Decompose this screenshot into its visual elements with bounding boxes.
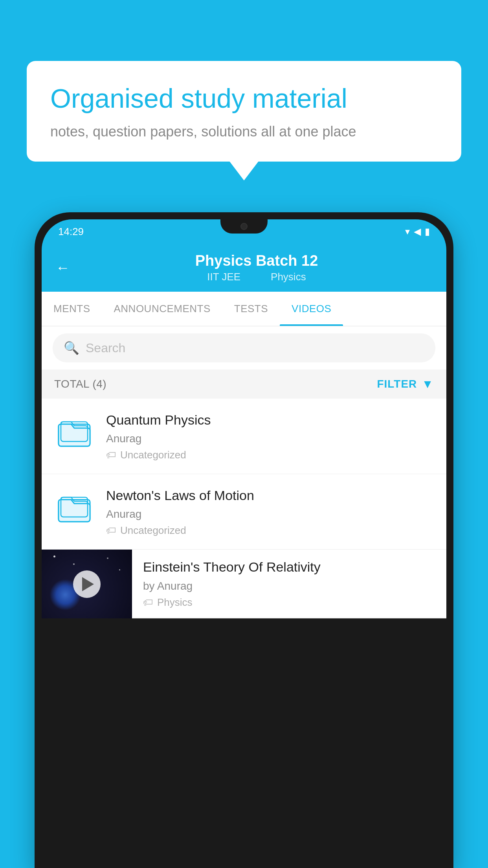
video-item-1[interactable]: Quantum Physics Anurag 🏷 Uncategorized: [42, 399, 446, 474]
tag-label-3: Physics: [157, 596, 193, 609]
wifi-icon: ▾: [405, 226, 410, 237]
search-bar[interactable]: 🔍 Search: [53, 333, 435, 362]
star2: [73, 563, 75, 565]
app-header: ← Physics Batch 12 IIT JEE Physics: [42, 244, 446, 292]
video-thumb-2: [53, 487, 96, 530]
filter-row: TOTAL (4) FILTER ▼: [42, 370, 446, 399]
notch: [220, 219, 268, 234]
status-bar: 14:29 ▾ ◀ ▮: [42, 219, 446, 244]
star1: [53, 555, 55, 557]
battery-icon: ▮: [425, 226, 430, 237]
video-thumb-1: [53, 411, 96, 454]
header-subtitle: IIT JEE Physics: [81, 271, 432, 283]
status-icons: ▾ ◀ ▮: [405, 226, 430, 237]
video-info-2: Newton's Laws of Motion Anurag 🏷 Uncateg…: [106, 487, 435, 537]
speech-bubble-wrapper: Organised study material notes, question…: [27, 61, 461, 162]
phone-frame: 14:29 ▾ ◀ ▮ ← Physics Batch 12 IIT JEE P…: [35, 212, 453, 868]
tab-videos[interactable]: VIDEOS: [280, 292, 343, 326]
filter-button[interactable]: FILTER ▼: [377, 377, 434, 391]
star3: [119, 569, 120, 570]
tag-icon-3: 🏷: [143, 596, 153, 609]
search-placeholder: Search: [86, 341, 125, 355]
filter-label: FILTER: [377, 378, 417, 390]
subtitle-iitjee: IIT JEE: [207, 271, 240, 283]
search-icon: 🔍: [64, 340, 79, 355]
bubble-subtitle: notes, question papers, solutions all at…: [50, 123, 438, 140]
video-item-2[interactable]: Newton's Laws of Motion Anurag 🏷 Uncateg…: [42, 474, 446, 550]
speech-bubble: Organised study material notes, question…: [27, 61, 461, 162]
content-area: Quantum Physics Anurag 🏷 Uncategorized: [42, 399, 446, 618]
video-info-1: Quantum Physics Anurag 🏷 Uncategorized: [106, 411, 435, 461]
play-button-3[interactable]: [73, 570, 101, 598]
video-thumbnail-3: [42, 550, 132, 618]
thumb-title-3: Einstein's Theory Of Relativity: [143, 558, 438, 576]
tag-label-2: Uncategorized: [120, 524, 186, 537]
folder-icon-2: [57, 491, 92, 526]
thumb-info-3: Einstein's Theory Of Relativity by Anura…: [132, 550, 446, 617]
signal-icon: ◀: [414, 226, 421, 237]
tab-tests[interactable]: TESTS: [222, 292, 280, 326]
tab-announcements[interactable]: ANNOUNCEMENTS: [102, 292, 222, 326]
header-center: Physics Batch 12 IIT JEE Physics: [81, 252, 432, 283]
subtitle-separator: [253, 271, 258, 283]
video-title-1: Quantum Physics: [106, 411, 435, 428]
header-title: Physics Batch 12: [81, 252, 432, 269]
video-title-2: Newton's Laws of Motion: [106, 487, 435, 504]
video-tag-2: 🏷 Uncategorized: [106, 524, 435, 537]
thumb-author-3: by Anurag: [143, 580, 438, 592]
back-button[interactable]: ←: [56, 259, 70, 276]
subtitle-physics: Physics: [271, 271, 306, 283]
folder-icon-1: [57, 416, 92, 450]
thumb-tag-3: 🏷 Physics: [143, 596, 438, 609]
phone-inner: 14:29 ▾ ◀ ▮ ← Physics Batch 12 IIT JEE P…: [42, 219, 446, 861]
search-bar-wrapper: 🔍 Search: [42, 326, 446, 370]
tag-icon-2: 🏷: [106, 524, 116, 537]
video-tag-1: 🏷 Uncategorized: [106, 449, 435, 461]
bubble-title: Organised study material: [50, 83, 438, 115]
filter-icon: ▼: [422, 377, 434, 391]
status-time: 14:29: [58, 226, 84, 238]
tag-icon-1: 🏷: [106, 449, 116, 461]
video-author-1: Anurag: [106, 432, 435, 445]
camera-dot: [240, 223, 248, 230]
tab-ments[interactable]: MENTS: [42, 292, 102, 326]
star4: [107, 557, 108, 559]
total-count: TOTAL (4): [54, 378, 106, 390]
tag-label-1: Uncategorized: [120, 449, 186, 461]
video-item-3[interactable]: Einstein's Theory Of Relativity by Anura…: [42, 550, 446, 618]
video-author-2: Anurag: [106, 508, 435, 520]
tabs-bar: MENTS ANNOUNCEMENTS TESTS VIDEOS: [42, 292, 446, 326]
